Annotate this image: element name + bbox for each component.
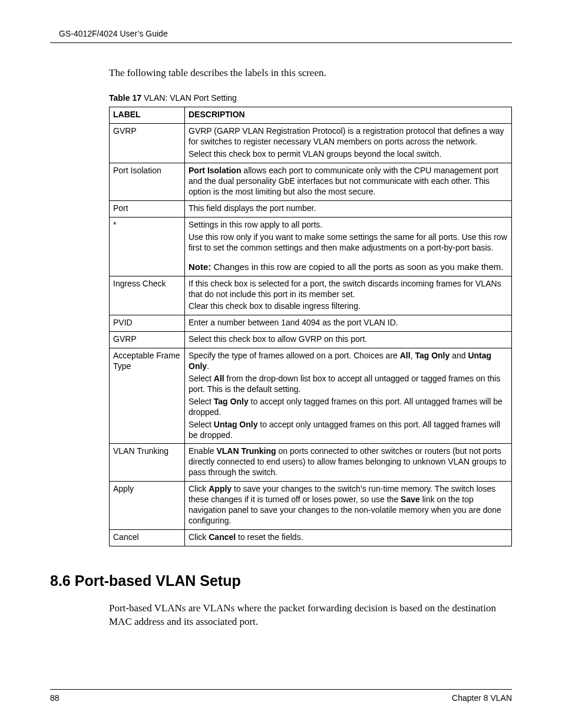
vlan-port-setting-table: LABEL DESCRIPTION GVRP GVRP (GARP VLAN R… bbox=[109, 107, 512, 546]
bold: Untag Only bbox=[214, 420, 258, 429]
section-heading: 8.6 Port-based VLAN Setup bbox=[50, 571, 512, 591]
text: Enable bbox=[189, 446, 216, 456]
table-row: GVRP Select this check box to allow GVRP… bbox=[110, 332, 512, 348]
page: GS-4012F/4024 User’s Guide The following… bbox=[0, 0, 562, 728]
section-title: Port-based VLAN Setup bbox=[75, 572, 241, 589]
cell-label: Port bbox=[110, 200, 185, 217]
cell-description: Enter a number between 1and 4094 as the … bbox=[185, 315, 512, 332]
intro-paragraph: The following table describes the labels… bbox=[109, 67, 512, 80]
footer-rule bbox=[50, 689, 512, 690]
paragraph: Use this row only if you want to make so… bbox=[189, 232, 508, 253]
cell-label: * bbox=[110, 217, 185, 276]
paragraph: Clear this check box to disable ingress … bbox=[189, 301, 508, 312]
text: . bbox=[207, 361, 209, 371]
cell-description: Click Cancel to reset the fields. bbox=[185, 529, 512, 546]
text: and bbox=[449, 351, 468, 360]
table-row: Cancel Click Cancel to reset the fields. bbox=[110, 529, 512, 546]
running-header: GS-4012F/4024 User’s Guide bbox=[59, 28, 512, 42]
cell-description: GVRP (GARP VLAN Registration Protocol) i… bbox=[185, 124, 512, 163]
paragraph: Select this check box to allow GVRP on t… bbox=[189, 334, 508, 345]
paragraph: Select Untag Only to accept only untagge… bbox=[189, 420, 508, 441]
cell-label: Acceptable Frame Type bbox=[110, 348, 185, 444]
cell-label: PVID bbox=[110, 315, 185, 332]
bold: Port Isolation bbox=[189, 166, 241, 175]
header-rule bbox=[50, 42, 512, 43]
table-row: Apply Click Apply to save your changes t… bbox=[110, 482, 512, 530]
bold: Note: bbox=[189, 262, 211, 272]
bold: VLAN Trunking bbox=[216, 446, 276, 456]
bold: All bbox=[400, 351, 411, 360]
cell-description: Select this check box to allow GVRP on t… bbox=[185, 332, 512, 348]
text: Select bbox=[189, 374, 214, 383]
table-row: Port This field displays the port number… bbox=[110, 200, 512, 217]
page-number: 88 bbox=[50, 693, 59, 703]
cell-description: Settings in this row apply to all ports.… bbox=[185, 217, 512, 276]
cell-description: Click Apply to save your changes to the … bbox=[185, 482, 512, 530]
text: Select bbox=[189, 397, 214, 406]
paragraph: Settings in this row apply to all ports. bbox=[189, 220, 508, 230]
paragraph: Enter a number between 1and 4094 as the … bbox=[189, 318, 508, 328]
paragraph: Select All from the drop-down list box t… bbox=[189, 374, 508, 395]
table-row: * Settings in this row apply to all port… bbox=[110, 217, 512, 276]
text: Click bbox=[189, 484, 209, 493]
table-title: VLAN: VLAN Port Setting bbox=[141, 93, 237, 103]
cell-label: GVRP bbox=[110, 124, 185, 163]
col-label: LABEL bbox=[110, 107, 185, 124]
cell-label: VLAN Trunking bbox=[110, 444, 185, 482]
table-row: VLAN Trunking Enable VLAN Trunking on po… bbox=[110, 444, 512, 482]
table-row: GVRP GVRP (GARP VLAN Registration Protoc… bbox=[110, 124, 512, 163]
paragraph: Select this check box to permit VLAN gro… bbox=[189, 149, 508, 160]
bold: All bbox=[214, 374, 224, 383]
cell-label: Apply bbox=[110, 482, 185, 530]
paragraph: Click Apply to save your changes to the … bbox=[189, 484, 508, 526]
text: to reset the fields. bbox=[236, 532, 303, 542]
paragraph: Enable VLAN Trunking on ports connected … bbox=[189, 446, 508, 478]
text: Changes in this row are copied to all th… bbox=[211, 262, 503, 272]
text: Select bbox=[189, 420, 214, 429]
bold: Save bbox=[401, 495, 420, 504]
table-number: Table 17 bbox=[109, 93, 141, 103]
cell-description: Port Isolation allows each port to commu… bbox=[185, 163, 512, 201]
table-row: Ingress Check If this check box is selec… bbox=[110, 276, 512, 315]
table-caption: Table 17 VLAN: VLAN Port Setting bbox=[109, 93, 512, 103]
paragraph: Port Isolation allows each port to commu… bbox=[189, 166, 508, 197]
cell-description: This field displays the port number. bbox=[185, 200, 512, 217]
bold: Cancel bbox=[209, 532, 236, 542]
table-row: Port Isolation Port Isolation allows eac… bbox=[110, 163, 512, 201]
paragraph: Specify the type of frames allowed on a … bbox=[189, 351, 508, 372]
chapter-label: Chapter 8 VLAN bbox=[452, 693, 512, 703]
cell-label: GVRP bbox=[110, 332, 185, 348]
text: from the drop-down list box to accept al… bbox=[189, 374, 500, 394]
bold: Tag Only bbox=[214, 397, 249, 406]
cell-label: Ingress Check bbox=[110, 276, 185, 315]
text: Click bbox=[189, 532, 209, 542]
paragraph: Select Tag Only to accept only tagged fr… bbox=[189, 397, 508, 418]
paragraph: GVRP (GARP VLAN Registration Protocol) i… bbox=[189, 126, 508, 147]
cell-description: Enable VLAN Trunking on ports connected … bbox=[185, 444, 512, 482]
cell-label: Port Isolation bbox=[110, 163, 185, 201]
cell-description: If this check box is selected for a port… bbox=[185, 276, 512, 315]
paragraph: If this check box is selected for a port… bbox=[189, 279, 508, 300]
note: Note: Changes in this row are copied to … bbox=[189, 261, 508, 272]
text: Specify the type of frames allowed on a … bbox=[189, 351, 400, 360]
section-number: 8.6 bbox=[50, 572, 75, 589]
table-row: Acceptable Frame Type Specify the type o… bbox=[110, 348, 512, 444]
cell-label: Cancel bbox=[110, 529, 185, 546]
bold: Tag Only bbox=[415, 351, 449, 360]
table-header-row: LABEL DESCRIPTION bbox=[110, 107, 512, 124]
paragraph: This field displays the port number. bbox=[189, 203, 508, 214]
table-row: PVID Enter a number between 1and 4094 as… bbox=[110, 315, 512, 332]
page-footer: 88 Chapter 8 VLAN bbox=[50, 689, 512, 703]
col-description: DESCRIPTION bbox=[185, 107, 512, 124]
cell-description: Specify the type of frames allowed on a … bbox=[185, 348, 512, 444]
bold: Apply bbox=[209, 484, 232, 493]
section-body: Port-based VLANs are VLANs where the pac… bbox=[109, 602, 512, 629]
paragraph: Click Cancel to reset the fields. bbox=[189, 532, 508, 543]
